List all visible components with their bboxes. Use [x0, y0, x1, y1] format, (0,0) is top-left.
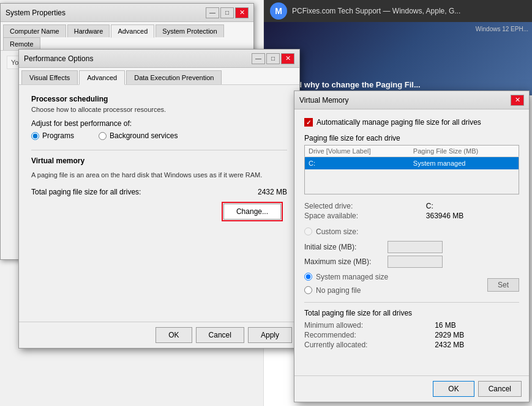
adjust-label: Adjust for best performance of:	[31, 119, 287, 128]
system-managed-radio[interactable]	[304, 273, 312, 281]
auto-manage-row: ✓ Automatically manage paging file size …	[304, 118, 519, 127]
initial-size-label: Initial size (MB):	[304, 243, 384, 251]
article-time: Windows 12 EPH...	[476, 26, 528, 32]
minimize-button[interactable]: —	[206, 7, 219, 18]
vm-total-value: 2432 MB	[258, 188, 287, 196]
drive-row-c[interactable]: C: System managed	[305, 157, 519, 170]
paging-section-title: Paging file size for each drive	[304, 134, 519, 142]
vm-section-title: Virtual memory	[31, 157, 287, 165]
perf-ok-button[interactable]: OK	[155, 327, 192, 343]
currently-allocated-label: Currently allocated:	[304, 341, 422, 349]
divider	[31, 150, 287, 150]
radio-programs[interactable]: Programs	[31, 131, 74, 140]
custom-size-row: Custom size:	[304, 227, 519, 236]
drive-letter-c: C:	[305, 157, 410, 170]
size-options: Custom size: Initial size (MB): Maximum …	[304, 227, 519, 268]
col-drive: Drive [Volume Label]	[305, 146, 410, 157]
perf-apply-button[interactable]: Apply	[248, 327, 292, 343]
perf-content: Processor scheduling Choose how to alloc…	[19, 85, 299, 229]
performance-options-window: Performance Options — □ ✕ Visual Effects…	[18, 49, 300, 349]
change-button[interactable]: Change...	[223, 204, 281, 220]
radio-group-scheduling: Programs Background services	[31, 131, 287, 140]
radio-background-label: Background services	[110, 131, 178, 140]
custom-size-radio[interactable]	[304, 227, 312, 235]
tab-advanced-perf[interactable]: Advanced	[79, 70, 125, 85]
vm-total-heading: Total paging file size for all drives	[304, 309, 519, 317]
vm-window-controls: ✕	[511, 95, 524, 106]
col-size: Paging File Size (MB)	[410, 146, 519, 157]
perf-minimize-button[interactable]: —	[252, 53, 265, 64]
vm-cancel-button[interactable]: Cancel	[478, 381, 522, 397]
system-props-titlebar: System Properties — □ ✕	[1, 4, 253, 22]
drive-size-c: System managed	[410, 157, 519, 170]
radio-background-input[interactable]	[99, 132, 107, 140]
vm-dialog-title: Virtual Memory	[299, 96, 348, 105]
browser-header: M PCFixes.com Tech Support — Windows, Ap…	[264, 0, 532, 22]
max-size-label: Maximum size (MB):	[304, 257, 384, 266]
currently-allocated-value: 2432 MB	[435, 341, 519, 349]
browser-favicon: M	[270, 2, 287, 20]
vm-total-row: Total paging file size for all drives: 2…	[31, 188, 287, 196]
maximize-button[interactable]: □	[220, 7, 234, 18]
no-paging-radio[interactable]	[304, 286, 312, 294]
window-controls: — □ ✕	[206, 7, 249, 18]
virtual-memory-window: Virtual Memory ✕ ✓ Automatically manage …	[294, 90, 530, 402]
perf-cancel-button[interactable]: Cancel	[196, 327, 244, 343]
tab-visual-effects[interactable]: Visual Effects	[21, 70, 78, 84]
system-managed-row: System managed size	[304, 273, 388, 281]
proc-scheduling-title: Processor scheduling	[31, 95, 287, 103]
vm-dialog-content: ✓ Automatically manage paging file size …	[294, 109, 529, 358]
perf-footer: OK Cancel Apply	[19, 322, 299, 348]
perf-window-controls: — □ ✕	[252, 53, 294, 64]
initial-size-input[interactable]	[388, 241, 443, 253]
perf-options-titlebar: Performance Options — □ ✕	[19, 50, 299, 68]
selected-drive-value: C:	[426, 202, 519, 210]
article-preview: Windows 12 EPH... How and why to change …	[264, 22, 532, 95]
vm-total-label: Total paging file size for all drives:	[31, 188, 141, 196]
selected-drive-label: Selected drive:	[304, 202, 414, 210]
tab-advanced[interactable]: Advanced	[111, 24, 154, 38]
perf-options-title: Performance Options	[24, 54, 93, 63]
recommended-label: Recommended:	[304, 331, 422, 339]
drive-table: Drive [Volume Label] Paging File Size (M…	[304, 145, 519, 194]
max-size-row: Maximum size (MB):	[304, 256, 519, 268]
tab-remote[interactable]: Remote	[3, 37, 40, 50]
space-available-value: 363946 MB	[426, 212, 519, 220]
auto-manage-label: Automatically manage paging file size fo…	[317, 118, 481, 127]
vm-titlebar: Virtual Memory ✕	[294, 91, 529, 109]
system-props-tabs: Computer Name Hardware Advanced System P…	[1, 22, 253, 51]
tab-system-protection[interactable]: System Protection	[155, 24, 223, 37]
tab-hardware[interactable]: Hardware	[67, 24, 110, 37]
tab-dep[interactable]: Data Execution Prevention	[126, 70, 222, 84]
proc-scheduling-desc: Choose how to allocate processor resourc…	[31, 106, 287, 113]
vm-total-section: Total paging file size for all drives Mi…	[304, 302, 519, 349]
perf-options-tabs: Visual Effects Advanced Data Execution P…	[19, 68, 299, 85]
tab-computer-name[interactable]: Computer Name	[3, 24, 66, 37]
radio-programs-input[interactable]	[31, 132, 39, 140]
article-image: Windows 12 EPH... How and why to change …	[264, 22, 532, 95]
set-button[interactable]: Set	[487, 278, 519, 292]
vm-dialog-footer: OK Cancel	[294, 375, 529, 402]
no-paging-label: No paging file	[316, 286, 361, 295]
total-info-grid: Minimum allowed: 16 MB Recommended: 2929…	[304, 321, 519, 349]
vm-desc: A paging file is an area on the hard dis…	[31, 170, 287, 180]
perf-maximize-button[interactable]: □	[266, 53, 280, 64]
initial-size-row: Initial size (MB):	[304, 241, 519, 253]
selected-drive-info: Selected drive: C: Space available: 3639…	[304, 202, 519, 220]
radio-background[interactable]: Background services	[99, 131, 178, 140]
vm-ok-button[interactable]: OK	[433, 381, 474, 397]
system-managed-label: System managed size	[316, 273, 388, 281]
radio-programs-label: Programs	[42, 131, 74, 140]
auto-manage-checkbox[interactable]: ✓	[304, 118, 313, 127]
browser-tab-title: PCFixes.com Tech Support — Windows, Appl…	[292, 7, 460, 15]
recommended-value: 2929 MB	[435, 331, 519, 339]
space-available-label: Space available:	[304, 212, 414, 220]
close-button[interactable]: ✕	[235, 7, 249, 18]
custom-size-label: Custom size:	[316, 227, 358, 236]
no-paging-row: No paging file	[304, 286, 388, 295]
system-props-title: System Properties	[6, 9, 66, 17]
perf-close-button[interactable]: ✕	[281, 53, 294, 64]
max-size-input[interactable]	[388, 256, 443, 268]
min-allowed-label: Minimum allowed:	[304, 321, 422, 330]
vm-close-button[interactable]: ✕	[511, 95, 524, 106]
